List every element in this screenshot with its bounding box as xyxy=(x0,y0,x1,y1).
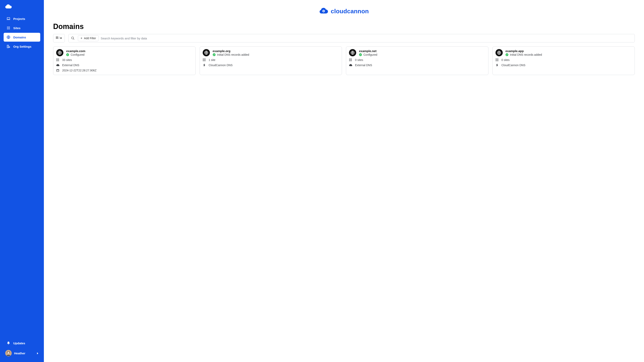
svg-rect-68 xyxy=(497,58,497,59)
svg-rect-71 xyxy=(497,59,497,60)
domain-card-header: example.netConfigured xyxy=(349,49,486,56)
chevron-right-icon xyxy=(37,352,39,355)
svg-rect-52 xyxy=(205,59,206,60)
sidebar-item-sites[interactable]: Sites xyxy=(4,23,40,32)
bolt-icon xyxy=(496,63,499,67)
domain-sites: 1 site xyxy=(209,58,215,61)
domain-name: example.org xyxy=(213,49,249,53)
domain-dns-row: CloudCannon DNS xyxy=(203,63,339,67)
svg-rect-60 xyxy=(349,59,350,60)
domain-sites-row: 0 sites xyxy=(496,58,632,61)
svg-rect-50 xyxy=(203,59,204,60)
svg-rect-36 xyxy=(56,59,57,60)
svg-point-23 xyxy=(323,10,324,11)
sidebar-item-domains[interactable]: Domains xyxy=(4,33,40,42)
svg-rect-67 xyxy=(496,58,496,59)
svg-rect-9 xyxy=(9,28,10,28)
domain-status: Configured xyxy=(359,53,377,56)
sidebar-item-projects[interactable]: Projects xyxy=(4,14,40,23)
page-title: Domains xyxy=(53,22,635,31)
svg-rect-53 xyxy=(203,60,204,61)
domain-card[interactable]: example.orgInitial DNS records added1 si… xyxy=(200,46,342,75)
status-ok-icon xyxy=(506,53,508,56)
domain-dns-row: External DNS xyxy=(349,63,486,67)
sidebar-item-label: Org Settings xyxy=(13,45,32,48)
apps-icon xyxy=(6,26,10,30)
svg-rect-7 xyxy=(7,28,8,28)
domain-dns: External DNS xyxy=(355,63,372,67)
domain-card[interactable]: example.comConfigured33 sitesExternal DN… xyxy=(53,46,196,75)
cloud-icon xyxy=(56,64,59,66)
domain-sites-row: 0 sites xyxy=(349,58,486,61)
svg-rect-72 xyxy=(498,59,498,60)
svg-rect-54 xyxy=(204,60,204,61)
domain-card[interactable]: example.appInitial DNS records added0 si… xyxy=(492,46,635,75)
svg-rect-57 xyxy=(349,58,350,59)
svg-rect-75 xyxy=(498,60,498,61)
svg-point-1 xyxy=(8,6,9,7)
svg-rect-70 xyxy=(496,59,496,60)
svg-rect-64 xyxy=(350,60,351,61)
domain-cards: example.comConfigured33 sitesExternal DN… xyxy=(53,46,635,75)
svg-rect-74 xyxy=(497,60,497,61)
svg-rect-34 xyxy=(57,58,58,59)
search-input[interactable] xyxy=(100,34,633,42)
domain-name: example.app xyxy=(506,49,542,53)
globe-icon xyxy=(6,35,10,39)
sidebar-item-label: Sites xyxy=(13,26,20,30)
domain-status-text: Configured xyxy=(71,53,84,56)
svg-rect-38 xyxy=(58,59,59,60)
domain-sites: 33 sites xyxy=(62,58,72,61)
grid-compact-icon xyxy=(56,37,60,40)
grid-icon xyxy=(496,58,499,61)
laptop-icon xyxy=(6,17,10,21)
view-switcher[interactable] xyxy=(53,34,65,42)
add-filter-label: Add Filter xyxy=(84,37,96,40)
svg-rect-11 xyxy=(8,29,9,29)
domain-sites: 0 sites xyxy=(502,58,510,61)
domain-status: Configured xyxy=(66,53,85,56)
chevron-down-icon xyxy=(60,37,62,40)
globe-icon xyxy=(56,49,64,56)
toolbar: + Add Filter xyxy=(53,34,635,42)
svg-rect-25 xyxy=(57,37,58,37)
globe-icon xyxy=(203,49,210,56)
bolt-icon xyxy=(203,63,206,67)
calendar-icon xyxy=(56,69,59,72)
svg-rect-49 xyxy=(205,58,206,59)
sidebar-item-label: Domains xyxy=(13,35,26,39)
svg-rect-8 xyxy=(8,28,9,28)
search-icon xyxy=(70,36,76,40)
status-ok-icon xyxy=(359,53,362,56)
svg-rect-73 xyxy=(496,60,496,61)
svg-rect-33 xyxy=(56,58,57,59)
svg-rect-69 xyxy=(498,58,498,59)
brand-logo-icon xyxy=(319,7,328,15)
org-settings-icon xyxy=(6,44,10,48)
add-filter-button[interactable]: + Add Filter xyxy=(78,35,98,41)
svg-rect-39 xyxy=(56,60,57,61)
domain-sites-row: 1 site xyxy=(203,58,339,61)
svg-rect-27 xyxy=(57,38,58,39)
svg-rect-41 xyxy=(58,60,59,61)
brand: cloudcannon xyxy=(319,7,369,15)
domain-status-text: Initial DNS records added xyxy=(217,53,249,56)
svg-rect-6 xyxy=(9,26,10,27)
domain-dns: CloudCannon DNS xyxy=(209,63,233,67)
svg-rect-42 xyxy=(56,69,59,72)
globe-icon xyxy=(496,49,503,56)
svg-rect-5 xyxy=(8,26,9,27)
plus-icon: + xyxy=(80,37,82,40)
svg-rect-29 xyxy=(58,38,60,38)
domain-dns: External DNS xyxy=(62,63,79,67)
sidebar-bottom: Updates Heather xyxy=(0,339,44,362)
svg-rect-28 xyxy=(58,37,60,37)
main: cloudcannon Domains xyxy=(44,0,644,362)
domain-status-text: Configured xyxy=(364,53,377,56)
sidebar-item-org-settings[interactable]: Org Settings xyxy=(4,42,40,51)
sidebar-item-updates[interactable]: Updates xyxy=(4,339,40,348)
svg-rect-61 xyxy=(350,59,351,60)
avatar xyxy=(5,350,12,356)
domain-card[interactable]: example.netConfigured0 sitesExternal DNS xyxy=(346,46,488,75)
user-menu[interactable]: Heather xyxy=(4,348,40,359)
